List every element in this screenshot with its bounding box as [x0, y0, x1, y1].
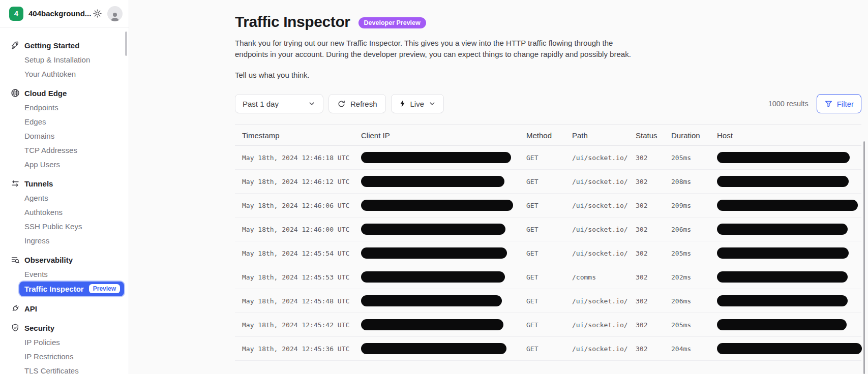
- host-cell: [717, 295, 861, 306]
- host-cell: [717, 319, 861, 330]
- refresh-label: Refresh: [350, 100, 377, 108]
- table-row[interactable]: May 18th, 2024 12:46:06 UTC GET /ui/sock…: [235, 194, 861, 217]
- preview-badge: Preview: [89, 284, 120, 293]
- sidebar-item-agents[interactable]: Agents: [0, 191, 129, 205]
- redacted-host: [717, 247, 849, 259]
- redacted-client-ip: [361, 343, 506, 354]
- sidebar-item-endpoints[interactable]: Endpoints: [0, 100, 129, 114]
- sidebar-item-edges[interactable]: Edges: [0, 114, 129, 129]
- timestamp-cell: May 18th, 2024 12:46:18 UTC: [235, 154, 361, 162]
- account-logo-badge[interactable]: 4: [9, 7, 23, 21]
- duration-cell: 206ms: [671, 226, 717, 233]
- sidebar-section-cloud-edge[interactable]: Cloud Edge: [0, 86, 129, 100]
- method-cell: GET: [526, 321, 572, 329]
- globe-icon: [10, 88, 20, 98]
- sidebar-item-traffic-inspector[interactable]: Traffic Inspector Preview: [19, 282, 124, 296]
- sidebar-section-tunnels[interactable]: Tunnels: [0, 176, 129, 191]
- redacted-client-ip: [361, 200, 513, 211]
- list-search-icon: [10, 255, 20, 265]
- lightning-bolt-icon: [399, 100, 406, 108]
- sidebar-item-ip-policies[interactable]: IP Policies: [0, 335, 129, 349]
- filter-button[interactable]: Filter: [817, 94, 861, 113]
- sidebar-item-setup-installation[interactable]: Setup & Installation: [0, 52, 129, 67]
- redacted-client-ip: [361, 176, 504, 187]
- funnel-icon: [824, 100, 833, 108]
- redacted-client-ip: [361, 295, 502, 306]
- refresh-button[interactable]: Refresh: [328, 94, 386, 113]
- sidebar-section-observability[interactable]: Observability: [0, 253, 129, 267]
- theme-toggle-sun-icon[interactable]: [91, 8, 103, 20]
- sidebar-section-label: Getting Started: [24, 41, 79, 50]
- sidebar-nav: Getting Started Setup & Installation You…: [0, 27, 129, 374]
- sidebar-item-label: Traffic Inspector: [24, 285, 84, 293]
- sidebar-section-security[interactable]: Security: [0, 321, 129, 335]
- col-header-timestamp: Timestamp: [235, 131, 361, 140]
- sidebar-item-app-users[interactable]: App Users: [0, 157, 129, 171]
- duration-cell: 206ms: [671, 297, 717, 305]
- live-toggle-button[interactable]: Live: [391, 94, 444, 113]
- sidebar-item-authtokens[interactable]: Authtokens: [0, 205, 129, 219]
- col-header-status: Status: [636, 131, 671, 140]
- path-cell: /comms: [572, 273, 636, 281]
- results-count: 1000 results: [768, 100, 809, 108]
- client-ip-cell: [361, 295, 526, 306]
- sidebar-section-getting-started[interactable]: Getting Started: [0, 38, 129, 52]
- status-cell: 302: [636, 273, 671, 281]
- path-cell: /ui/socket.io/: [572, 226, 636, 233]
- main-scrollbar[interactable]: [863, 141, 865, 374]
- timestamp-cell: May 18th, 2024 12:45:42 UTC: [235, 321, 361, 329]
- table-row[interactable]: May 18th, 2024 12:45:42 UTC GET /ui/sock…: [235, 313, 861, 337]
- sidebar-item-tcp-addresses[interactable]: TCP Addresses: [0, 143, 129, 157]
- path-cell: /ui/socket.io/: [572, 297, 636, 305]
- client-ip-cell: [361, 176, 526, 187]
- table-row[interactable]: May 18th, 2024 12:45:53 UTC GET /comms 3…: [235, 265, 861, 289]
- time-range-select[interactable]: Past 1 day: [235, 94, 323, 113]
- sidebar-item-tls-certificates[interactable]: TLS Certificates: [0, 363, 129, 374]
- time-range-value: Past 1 day: [243, 100, 279, 108]
- client-ip-cell: [361, 271, 526, 283]
- sidebar-item-events[interactable]: Events: [0, 267, 129, 281]
- redacted-host: [717, 295, 848, 306]
- timestamp-cell: May 18th, 2024 12:45:48 UTC: [235, 297, 361, 305]
- method-cell: GET: [526, 178, 572, 185]
- method-cell: GET: [526, 345, 572, 353]
- table-row[interactable]: May 18th, 2024 12:46:12 UTC GET /ui/sock…: [235, 170, 861, 194]
- status-cell: 302: [636, 154, 671, 162]
- col-header-duration: Duration: [671, 131, 717, 140]
- sidebar-section-api[interactable]: API: [0, 301, 129, 316]
- method-cell: GET: [526, 250, 572, 257]
- rocket-icon: [10, 40, 20, 50]
- table-row[interactable]: May 18th, 2024 12:45:54 UTC GET /ui/sock…: [235, 241, 861, 265]
- sidebar-section-label: API: [24, 304, 37, 313]
- method-cell: GET: [526, 202, 572, 209]
- sidebar-scrollbar[interactable]: [125, 32, 127, 56]
- feedback-link[interactable]: Tell us what you think.: [235, 71, 861, 79]
- table-row[interactable]: May 18th, 2024 12:45:48 UTC GET /ui/sock…: [235, 289, 861, 313]
- table-row[interactable]: May 18th, 2024 12:46:00 UTC GET /ui/sock…: [235, 217, 861, 241]
- timestamp-cell: May 18th, 2024 12:46:12 UTC: [235, 178, 361, 185]
- developer-preview-badge: Developer Preview: [358, 17, 426, 28]
- sidebar-item-ip-restrictions[interactable]: IP Restrictions: [0, 349, 129, 363]
- duration-cell: 209ms: [671, 202, 717, 209]
- sidebar-section-label: Observability: [24, 256, 73, 264]
- client-ip-cell: [361, 200, 526, 211]
- sidebar-item-ingress[interactable]: Ingress: [0, 233, 129, 247]
- sidebar-section-label: Security: [24, 324, 54, 332]
- sidebar-item-your-authtoken[interactable]: Your Authtoken: [0, 67, 129, 81]
- client-ip-cell: [361, 152, 526, 163]
- plug-icon: [10, 303, 20, 314]
- col-header-host: Host: [717, 131, 861, 140]
- table-row[interactable]: May 18th, 2024 12:46:18 UTC GET /ui/sock…: [235, 146, 861, 170]
- timestamp-cell: May 18th, 2024 12:46:00 UTC: [235, 226, 361, 233]
- swap-arrows-icon: [10, 178, 20, 189]
- user-avatar[interactable]: [107, 6, 123, 21]
- host-cell: [717, 247, 861, 259]
- table-row[interactable]: May 18th, 2024 12:45:36 UTC GET /ui/sock…: [235, 337, 861, 361]
- host-cell: [717, 343, 867, 354]
- method-cell: GET: [526, 273, 572, 281]
- sidebar-item-ssh-public-keys[interactable]: SSH Public Keys: [0, 219, 129, 233]
- redacted-client-ip: [361, 224, 505, 235]
- sidebar-item-domains[interactable]: Domains: [0, 129, 129, 143]
- status-cell: 302: [636, 345, 671, 353]
- account-name[interactable]: 404background...: [28, 9, 91, 18]
